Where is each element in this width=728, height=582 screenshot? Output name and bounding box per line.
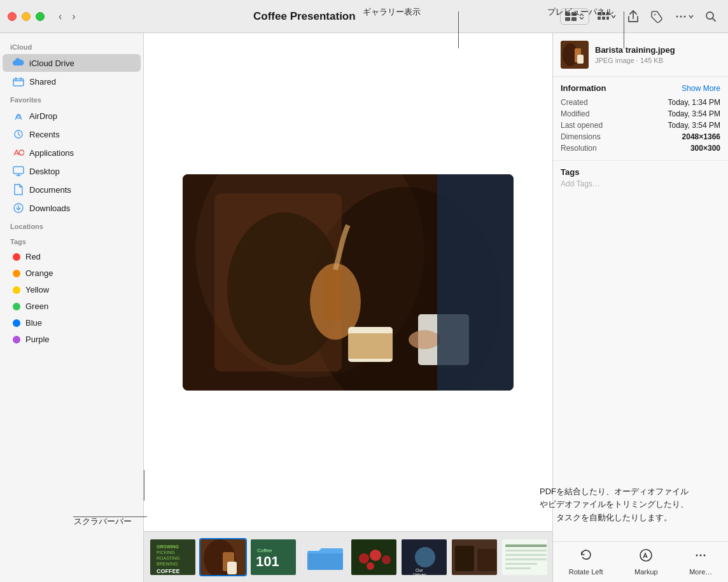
- more-button[interactable]: [671, 9, 697, 24]
- tag-blue-label: Blue: [25, 318, 42, 328]
- tags-title: Tags: [561, 167, 720, 177]
- created-value: Today, 1:34 PM: [668, 98, 721, 107]
- svg-rect-1: [571, 12, 577, 16]
- svg-point-73: [704, 555, 706, 557]
- chevron-up-down-icon: [578, 13, 585, 20]
- sidebar-item-tag-orange[interactable]: Orange: [3, 265, 141, 281]
- preview-filename: Barista training.jpeg: [595, 45, 720, 56]
- svg-rect-3: [571, 17, 577, 21]
- sidebar-item-tag-red[interactable]: Red: [3, 249, 141, 265]
- rotate-left-button[interactable]: Rotate Left: [569, 548, 603, 576]
- preview-filetype: JPEG image · 145 KB: [595, 57, 720, 64]
- tag-orange-dot: [13, 270, 20, 277]
- share-button[interactable]: [624, 8, 643, 25]
- svg-rect-32: [437, 174, 514, 391]
- shared-label: Shared: [29, 77, 56, 87]
- svg-rect-9: [606, 17, 609, 20]
- svg-rect-69: [577, 55, 584, 64]
- show-more-button[interactable]: Show More: [682, 84, 720, 93]
- svg-text:COFFEE: COFFEE: [157, 568, 180, 574]
- svg-point-53: [415, 547, 435, 567]
- gallery-main: [144, 33, 552, 531]
- coffee-image-bg: [183, 174, 514, 391]
- sidebar-item-airdrop[interactable]: AirDrop: [3, 107, 141, 125]
- sidebar-item-tag-green[interactable]: Green: [3, 298, 141, 314]
- svg-rect-19: [13, 167, 24, 174]
- rotate-left-label: Rotate Left: [569, 568, 603, 576]
- resolution-value: 300×300: [690, 144, 720, 153]
- sidebar-item-desktop[interactable]: Desktop: [3, 162, 141, 180]
- thumb-item-2[interactable]: [199, 538, 247, 576]
- svg-text:GROWING: GROWING: [157, 544, 179, 549]
- selected-image[interactable]: [183, 174, 514, 391]
- svg-rect-6: [606, 12, 609, 15]
- applications-icon: [13, 147, 24, 158]
- search-button[interactable]: [701, 8, 720, 25]
- thumb-item-3[interactable]: Coffee 101: [249, 538, 297, 576]
- thumb-1-svg: GROWING PICKING ROASTING BREWING COFFEE: [150, 539, 197, 576]
- more-actions-label: More…: [689, 568, 712, 576]
- minimize-button[interactable]: [22, 12, 31, 21]
- svg-rect-64: [505, 563, 537, 565]
- preview-file-info: Barista training.jpeg JPEG image · 145 K…: [595, 45, 720, 65]
- grid-icon: [597, 11, 610, 22]
- fullscreen-button[interactable]: [36, 12, 45, 21]
- documents-icon: [13, 184, 24, 195]
- sidebar-item-tag-yellow[interactable]: Yellow: [3, 282, 141, 298]
- tag-orange-label: Orange: [25, 268, 53, 278]
- svg-point-10: [654, 13, 655, 15]
- svg-point-72: [700, 555, 702, 557]
- svg-rect-15: [13, 79, 24, 86]
- close-button[interactable]: [8, 12, 17, 21]
- main-content: iCloud iCloud Drive Shared: [0, 33, 728, 582]
- sidebar-item-applications[interactable]: Applications: [3, 144, 141, 162]
- modified-value: Today, 3:54 PM: [668, 109, 721, 118]
- sidebar-item-shared[interactable]: Shared: [3, 73, 141, 90]
- last-opened-label: Last opened: [561, 121, 603, 130]
- preview-footer: Rotate Left Markup: [553, 541, 728, 582]
- svg-point-50: [382, 555, 391, 564]
- rotate-left-icon: [579, 548, 593, 565]
- add-tags-placeholder[interactable]: Add Tags…: [561, 179, 720, 188]
- sidebar-item-downloads[interactable]: Downloads: [3, 199, 141, 217]
- toolbar-right: [560, 8, 720, 25]
- thumb-4-svg: [301, 539, 347, 576]
- thumb-item-1[interactable]: GROWING PICKING ROASTING BREWING COFFEE: [149, 538, 197, 576]
- finder-window: ‹ › Coffee Presentation: [0, 0, 728, 582]
- sidebar-item-tag-blue[interactable]: Blue: [3, 315, 141, 331]
- thumb-item-6[interactable]: Our Values: [400, 538, 448, 576]
- sidebar-item-icloud-drive[interactable]: iCloud Drive: [3, 54, 141, 72]
- svg-rect-7: [598, 17, 601, 20]
- svg-rect-63: [505, 558, 547, 560]
- svg-rect-5: [602, 12, 605, 15]
- markup-button[interactable]: Markup: [634, 548, 658, 576]
- info-row-modified: Modified Today, 3:54 PM: [561, 108, 720, 120]
- info-row-created: Created Today, 1:34 PM: [561, 97, 720, 108]
- thumb-item-7[interactable]: [451, 538, 498, 576]
- gallery-view-button[interactable]: [561, 9, 589, 24]
- tag-button[interactable]: [647, 8, 667, 25]
- tag-yellow-label: Yellow: [25, 285, 49, 294]
- sidebar-item-documents[interactable]: Documents: [3, 181, 141, 198]
- markup-icon: [639, 548, 653, 565]
- icloud-drive-label: iCloud Drive: [29, 59, 74, 68]
- sidebar-item-tag-purple[interactable]: Purple: [3, 331, 141, 347]
- svg-point-31: [409, 330, 440, 349]
- airdrop-label: AirDrop: [29, 111, 57, 121]
- chevron-down-icon: [611, 13, 616, 20]
- svg-text:Coffee: Coffee: [257, 548, 272, 553]
- thumb-3-svg: Coffee 101: [251, 539, 297, 576]
- group-sort-button[interactable]: [593, 9, 620, 24]
- titlebar: ‹ › Coffee Presentation: [0, 0, 728, 33]
- sidebar-item-recents[interactable]: Recents: [3, 125, 141, 143]
- svg-rect-29: [348, 333, 393, 359]
- info-row-last-opened: Last opened Today, 3:54 PM: [561, 120, 720, 131]
- thumb-item-4[interactable]: [300, 538, 347, 576]
- svg-point-11: [676, 15, 678, 17]
- tag-green-dot: [13, 303, 20, 310]
- folder-title: Coffee Presentation: [49, 10, 560, 23]
- thumb-item-5[interactable]: [350, 538, 398, 576]
- more-actions-button[interactable]: More…: [689, 548, 712, 576]
- svg-rect-8: [602, 17, 605, 20]
- thumb-item-8[interactable]: [501, 538, 549, 576]
